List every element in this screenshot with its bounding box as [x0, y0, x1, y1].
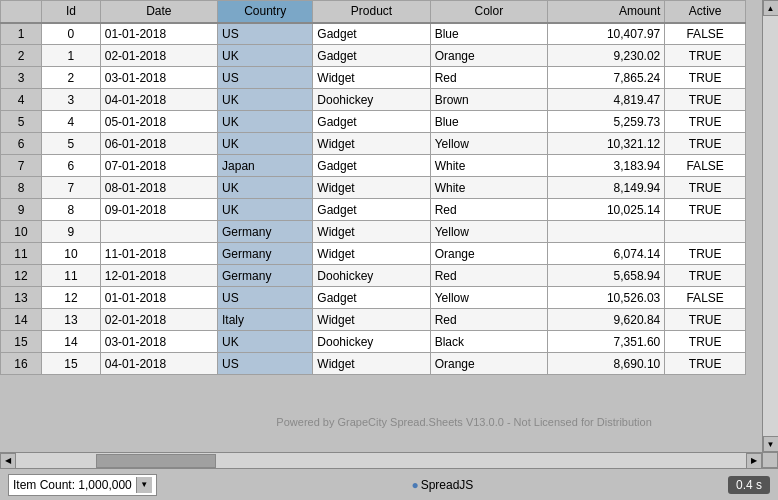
cell[interactable]: US	[218, 353, 313, 375]
cell[interactable]: Italy	[218, 309, 313, 331]
cell[interactable]: 9	[42, 221, 101, 243]
cell[interactable]: 01-01-2018	[100, 287, 217, 309]
scroll-track-horizontal[interactable]	[16, 453, 746, 469]
cell[interactable]: Red	[430, 265, 547, 287]
cell[interactable]: Gadget	[313, 45, 430, 67]
cell[interactable]	[665, 221, 746, 243]
cell[interactable]: Blue	[430, 23, 547, 45]
cell[interactable]: Germany	[218, 243, 313, 265]
cell[interactable]: Widget	[313, 133, 430, 155]
cell[interactable]: 2	[1, 45, 42, 67]
cell[interactable]: US	[218, 287, 313, 309]
cell[interactable]: 05-01-2018	[100, 111, 217, 133]
cell[interactable]: 7,351.60	[547, 331, 664, 353]
cell[interactable]: Widget	[313, 67, 430, 89]
scroll-right-button[interactable]: ▶	[746, 453, 762, 469]
cell[interactable]: Brown	[430, 89, 547, 111]
cell[interactable]: 3	[1, 67, 42, 89]
cell[interactable]: TRUE	[665, 199, 746, 221]
cell[interactable]: Japan	[218, 155, 313, 177]
cell[interactable]: Gadget	[313, 23, 430, 45]
cell[interactable]: UK	[218, 89, 313, 111]
scroll-left-button[interactable]: ◀	[0, 453, 16, 469]
cell[interactable]: Germany	[218, 221, 313, 243]
column-header-date[interactable]: Date	[100, 1, 217, 23]
cell[interactable]	[100, 221, 217, 243]
cell[interactable]: FALSE	[665, 155, 746, 177]
cell[interactable]: 09-01-2018	[100, 199, 217, 221]
table-row[interactable]: 1001-01-2018USGadgetBlue10,407.97FALSE	[1, 23, 746, 45]
item-count-dropdown[interactable]: Item Count: 1,000,000 ▼	[8, 474, 157, 496]
table-row[interactable]: 2102-01-2018UKGadgetOrange9,230.02TRUE	[1, 45, 746, 67]
cell[interactable]: 14	[1, 309, 42, 331]
item-count-dropdown-arrow[interactable]: ▼	[136, 477, 152, 493]
table-row[interactable]: 5405-01-2018UKGadgetBlue5,259.73TRUE	[1, 111, 746, 133]
cell[interactable]: TRUE	[665, 309, 746, 331]
column-header-active[interactable]: Active	[665, 1, 746, 23]
spreadjs-link[interactable]: SpreadJS	[421, 478, 474, 492]
cell[interactable]: 6	[1, 133, 42, 155]
cell[interactable]: 9	[1, 199, 42, 221]
table-row[interactable]: 109GermanyWidgetYellow	[1, 221, 746, 243]
scroll-track-vertical[interactable]	[763, 16, 779, 436]
cell[interactable]: 1	[42, 45, 101, 67]
cell[interactable]: 11-01-2018	[100, 243, 217, 265]
cell[interactable]: 8,690.10	[547, 353, 664, 375]
cell[interactable]: 10	[42, 243, 101, 265]
cell[interactable]: 4,819.47	[547, 89, 664, 111]
cell[interactable]: 7	[42, 177, 101, 199]
cell[interactable]: 5,259.73	[547, 111, 664, 133]
cell[interactable]: 9,620.84	[547, 309, 664, 331]
scroll-up-button[interactable]: ▲	[763, 0, 779, 16]
cell[interactable]: 10,321.12	[547, 133, 664, 155]
cell[interactable]: 10,407.97	[547, 23, 664, 45]
cell[interactable]: UK	[218, 133, 313, 155]
cell[interactable]: Widget	[313, 177, 430, 199]
cell[interactable]: TRUE	[665, 265, 746, 287]
scroll-down-button[interactable]: ▼	[763, 436, 779, 452]
cell[interactable]: Gadget	[313, 287, 430, 309]
table-wrapper[interactable]: IdDateCountryProductColorAmountActive 10…	[0, 0, 762, 452]
table-row[interactable]: 7607-01-2018JapanGadgetWhite3,183.94FALS…	[1, 155, 746, 177]
cell[interactable]: TRUE	[665, 133, 746, 155]
cell[interactable]: Widget	[313, 353, 430, 375]
cell[interactable]: US	[218, 23, 313, 45]
cell[interactable]: Orange	[430, 353, 547, 375]
cell[interactable]: Red	[430, 309, 547, 331]
cell[interactable]: US	[218, 67, 313, 89]
cell[interactable]: 3,183.94	[547, 155, 664, 177]
cell[interactable]: 12-01-2018	[100, 265, 217, 287]
column-header-product[interactable]: Product	[313, 1, 430, 23]
column-header-country[interactable]: Country	[218, 1, 313, 23]
table-row[interactable]: 6506-01-2018UKWidgetYellow10,321.12TRUE	[1, 133, 746, 155]
cell[interactable]: UK	[218, 199, 313, 221]
cell[interactable]: Widget	[313, 309, 430, 331]
cell[interactable]: 9,230.02	[547, 45, 664, 67]
cell[interactable]: UK	[218, 331, 313, 353]
cell[interactable]: TRUE	[665, 353, 746, 375]
cell[interactable]: 4	[42, 111, 101, 133]
cell[interactable]: 0	[42, 23, 101, 45]
cell[interactable]: 04-01-2018	[100, 89, 217, 111]
table-row[interactable]: 8708-01-2018UKWidgetWhite8,149.94TRUE	[1, 177, 746, 199]
cell[interactable]: TRUE	[665, 89, 746, 111]
cell[interactable]: TRUE	[665, 331, 746, 353]
cell[interactable]: 02-01-2018	[100, 309, 217, 331]
cell[interactable]: Yellow	[430, 133, 547, 155]
cell[interactable]: Yellow	[430, 287, 547, 309]
cell[interactable]: 15	[1, 331, 42, 353]
cell[interactable]: 10,526.03	[547, 287, 664, 309]
cell[interactable]: Red	[430, 199, 547, 221]
cell[interactable]: Yellow	[430, 221, 547, 243]
cell[interactable]: 02-01-2018	[100, 45, 217, 67]
scroll-thumb-horizontal[interactable]	[96, 454, 216, 468]
cell[interactable]: Blue	[430, 111, 547, 133]
cell[interactable]: Gadget	[313, 199, 430, 221]
table-row[interactable]: 131201-01-2018USGadgetYellow10,526.03FAL…	[1, 287, 746, 309]
cell[interactable]: 06-01-2018	[100, 133, 217, 155]
cell[interactable]: 11	[1, 243, 42, 265]
cell[interactable]: Germany	[218, 265, 313, 287]
cell[interactable]: 03-01-2018	[100, 67, 217, 89]
cell[interactable]: 08-01-2018	[100, 177, 217, 199]
cell[interactable]: Orange	[430, 45, 547, 67]
